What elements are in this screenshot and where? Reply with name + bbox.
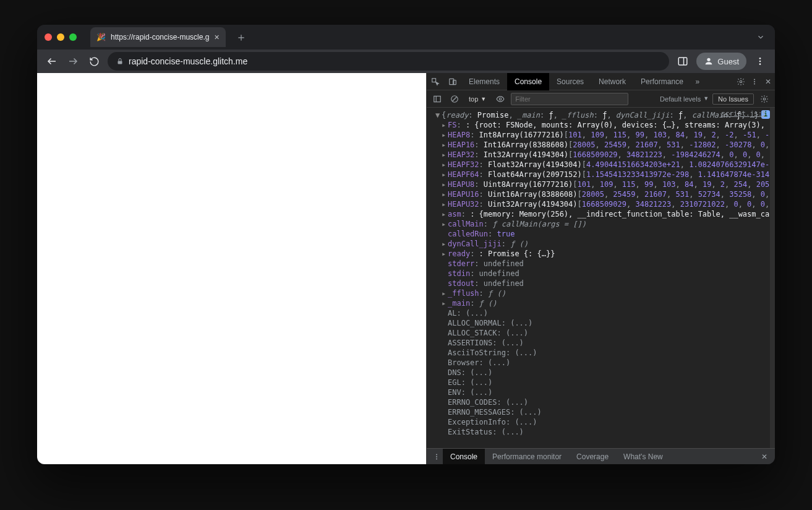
drawer-tab-console[interactable]: Console (443, 449, 485, 465)
context-selector[interactable]: top ▼ (465, 94, 490, 104)
filter-input[interactable] (511, 93, 628, 105)
profile-button[interactable]: Guest (696, 53, 746, 70)
content-area: Elements Console Sources Network Perform… (37, 73, 775, 464)
maximize-window-button[interactable] (69, 33, 77, 41)
url-text: rapid-concise-muscle.glitch.me (129, 56, 247, 66)
drawer-menu-icon[interactable] (430, 453, 443, 460)
svg-point-14 (754, 81, 755, 82)
tab-sources[interactable]: Sources (549, 73, 591, 90)
address-bar[interactable]: rapid-concise-muscle.glitch.me (108, 52, 669, 71)
console-sidebar-toggle[interactable] (430, 95, 444, 103)
profile-label: Guest (717, 57, 739, 66)
settings-icon[interactable] (734, 77, 748, 86)
drawer-tab-perfmon[interactable]: Performance monitor (485, 449, 569, 465)
devtools-panel: Elements Console Sources Network Perform… (426, 73, 775, 464)
close-tab-icon[interactable]: × (214, 32, 219, 42)
new-tab-button[interactable]: ＋ (231, 27, 252, 47)
console-output[interactable]: script.js:5 ▼{ready: Promise, _main: ƒ, … (427, 108, 775, 448)
inspect-element-button[interactable] (427, 77, 444, 86)
tab-performance[interactable]: Performance (633, 73, 691, 90)
tab-network[interactable]: Network (591, 73, 633, 90)
svg-point-22 (436, 454, 437, 455)
svg-point-13 (754, 79, 755, 80)
svg-point-23 (436, 456, 437, 457)
svg-point-7 (759, 61, 761, 63)
svg-point-12 (740, 80, 742, 83)
source-link[interactable]: script.js:5 (721, 109, 766, 119)
minimize-window-button[interactable] (57, 33, 64, 41)
forward-button[interactable] (66, 54, 80, 69)
log-levels-selector[interactable]: Default levels ▼ (660, 95, 709, 103)
more-tabs-button[interactable]: » (691, 77, 704, 86)
svg-rect-3 (679, 58, 688, 65)
tab-search-button[interactable] (756, 33, 765, 41)
svg-point-15 (754, 83, 755, 84)
svg-line-19 (453, 97, 457, 101)
reload-button[interactable] (87, 54, 101, 69)
clear-console-button[interactable] (448, 95, 461, 103)
lock-icon (116, 58, 124, 65)
drawer-tab-whatsnew[interactable]: What's New (616, 449, 670, 465)
browser-window: 🎉 https://rapid-concise-muscle.g × ＋ rap… (37, 25, 775, 464)
tab-elements[interactable]: Elements (461, 73, 507, 90)
overflow-menu-button[interactable] (753, 56, 767, 66)
svg-point-8 (759, 63, 761, 65)
svg-point-6 (759, 58, 761, 59)
console-settings-icon[interactable] (758, 95, 771, 103)
svg-rect-16 (434, 96, 441, 102)
toolbar: rapid-concise-muscle.glitch.me Guest (37, 50, 775, 73)
side-panel-button[interactable] (675, 56, 690, 67)
svg-point-21 (763, 98, 766, 100)
close-window-button[interactable] (45, 33, 52, 41)
svg-rect-2 (118, 61, 122, 64)
devtools-tabbar: Elements Console Sources Network Perform… (427, 73, 775, 90)
console-toolbar: top ▼ Default levels ▼ No Issues (427, 90, 775, 108)
tab-strip: 🎉 https://rapid-concise-muscle.g × ＋ (37, 25, 775, 50)
tab-title: https://rapid-concise-muscle.g (111, 33, 209, 41)
page-viewport[interactable] (37, 73, 426, 464)
kebab-menu-icon[interactable] (748, 78, 761, 85)
tab-console[interactable]: Console (507, 73, 549, 90)
devtools-drawer: Console Performance monitor Coverage Wha… (427, 448, 775, 464)
svg-point-5 (707, 58, 711, 61)
close-devtools-icon[interactable]: ✕ (761, 77, 775, 86)
back-button[interactable] (45, 54, 59, 69)
live-expression-button[interactable] (494, 95, 507, 103)
drawer-tab-coverage[interactable]: Coverage (569, 449, 616, 465)
issues-button[interactable]: No Issues (712, 93, 754, 105)
traffic-lights (45, 33, 77, 41)
svg-point-24 (436, 458, 437, 459)
svg-point-20 (499, 98, 502, 100)
favicon-icon: 🎉 (96, 33, 106, 41)
browser-tab[interactable]: 🎉 https://rapid-concise-muscle.g × (90, 27, 226, 47)
filter-input-wrapper (511, 93, 628, 105)
device-toolbar-button[interactable] (444, 77, 461, 86)
close-drawer-icon[interactable]: ✕ (758, 452, 771, 461)
avatar-icon (704, 56, 714, 66)
